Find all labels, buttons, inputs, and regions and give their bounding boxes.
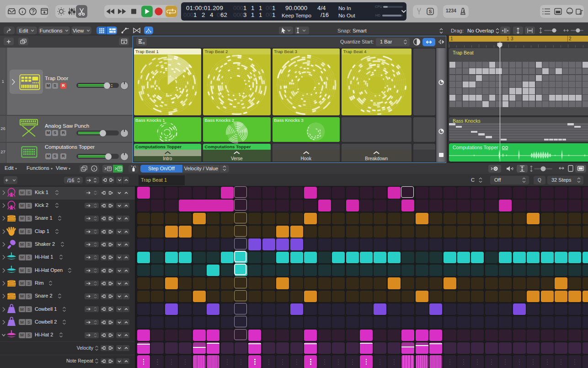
svg-text:R: R bbox=[143, 42, 145, 45]
svg-text:S: S bbox=[429, 9, 432, 14]
